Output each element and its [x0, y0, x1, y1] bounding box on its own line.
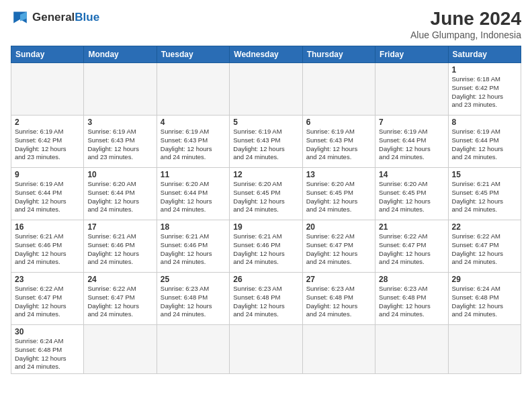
calendar-cell: 4Sunrise: 6:19 AM Sunset: 6:43 PM Daylig… [157, 116, 229, 168]
calendar-cell: 22Sunrise: 6:22 AM Sunset: 6:47 PM Dayli… [448, 220, 521, 273]
day-info: Sunrise: 6:22 AM Sunset: 6:47 PM Dayligh… [306, 232, 371, 267]
day-info: Sunrise: 6:23 AM Sunset: 6:48 PM Dayligh… [161, 285, 226, 319]
location-title: Alue Glumpang, Indonesia [410, 30, 521, 40]
calendar-cell: 23Sunrise: 6:22 AM Sunset: 6:47 PM Dayli… [11, 273, 84, 325]
calendar-cell: 10Sunrise: 6:20 AM Sunset: 6:44 PM Dayli… [84, 168, 157, 220]
calendar-cell: 15Sunrise: 6:21 AM Sunset: 6:45 PM Dayli… [448, 168, 521, 220]
calendar-cell: 30Sunrise: 6:24 AM Sunset: 6:48 PM Dayli… [11, 325, 84, 374]
day-info: Sunrise: 6:20 AM Sunset: 6:45 PM Dayligh… [306, 180, 371, 214]
calendar-cell [84, 325, 157, 374]
day-number: 15 [452, 170, 517, 179]
logo-text: GeneralBlue [32, 11, 99, 24]
day-number: 24 [87, 275, 152, 284]
calendar-week-row: 30Sunrise: 6:24 AM Sunset: 6:48 PM Dayli… [11, 325, 521, 374]
day-number: 27 [306, 275, 371, 284]
day-number: 7 [379, 118, 444, 127]
calendar-cell: 24Sunrise: 6:22 AM Sunset: 6:47 PM Dayli… [84, 273, 157, 325]
day-number: 25 [161, 275, 226, 284]
page: GeneralBlue June 2024 Alue Glumpang, Ind… [0, 0, 532, 411]
calendar-cell: 2Sunrise: 6:19 AM Sunset: 6:42 PM Daylig… [11, 116, 84, 168]
calendar-cell: 29Sunrise: 6:24 AM Sunset: 6:48 PM Dayli… [448, 273, 521, 325]
day-info: Sunrise: 6:19 AM Sunset: 6:44 PM Dayligh… [15, 180, 80, 214]
title-block: June 2024 Alue Glumpang, Indonesia [410, 8, 521, 40]
day-number: 16 [15, 222, 80, 232]
day-number: 20 [306, 222, 371, 232]
calendar-week-row: 9Sunrise: 6:19 AM Sunset: 6:44 PM Daylig… [11, 168, 521, 220]
calendar-cell: 6Sunrise: 6:19 AM Sunset: 6:43 PM Daylig… [302, 116, 375, 168]
calendar-cell: 27Sunrise: 6:23 AM Sunset: 6:48 PM Dayli… [302, 273, 375, 325]
day-number: 17 [87, 222, 152, 232]
calendar-cell [230, 325, 302, 374]
day-info: Sunrise: 6:22 AM Sunset: 6:47 PM Dayligh… [15, 285, 80, 319]
col-tuesday: Tuesday [157, 46, 229, 63]
calendar-cell: 3Sunrise: 6:19 AM Sunset: 6:43 PM Daylig… [84, 116, 157, 168]
calendar-cell: 8Sunrise: 6:19 AM Sunset: 6:44 PM Daylig… [448, 116, 521, 168]
day-info: Sunrise: 6:20 AM Sunset: 6:44 PM Dayligh… [161, 180, 226, 214]
day-info: Sunrise: 6:23 AM Sunset: 6:48 PM Dayligh… [233, 285, 298, 319]
calendar-cell: 20Sunrise: 6:22 AM Sunset: 6:47 PM Dayli… [302, 220, 375, 273]
day-number: 21 [379, 222, 444, 232]
calendar-table: Sunday Monday Tuesday Wednesday Thursday… [11, 46, 521, 374]
logo-icon [11, 8, 30, 27]
day-info: Sunrise: 6:23 AM Sunset: 6:48 PM Dayligh… [379, 285, 444, 319]
day-number: 10 [87, 170, 152, 179]
calendar-cell [157, 63, 229, 116]
col-thursday: Thursday [302, 46, 375, 63]
calendar-cell [230, 63, 302, 116]
day-info: Sunrise: 6:19 AM Sunset: 6:43 PM Dayligh… [233, 128, 298, 162]
calendar-week-row: 16Sunrise: 6:21 AM Sunset: 6:46 PM Dayli… [11, 220, 521, 273]
day-number: 18 [161, 222, 226, 232]
day-number: 11 [161, 170, 226, 179]
calendar-cell [375, 325, 448, 374]
calendar-cell: 14Sunrise: 6:20 AM Sunset: 6:45 PM Dayli… [375, 168, 448, 220]
calendar-week-row: 1Sunrise: 6:18 AM Sunset: 6:42 PM Daylig… [11, 63, 521, 116]
day-info: Sunrise: 6:21 AM Sunset: 6:46 PM Dayligh… [15, 232, 80, 267]
calendar-week-row: 2Sunrise: 6:19 AM Sunset: 6:42 PM Daylig… [11, 116, 521, 168]
logo: GeneralBlue [11, 8, 99, 27]
day-number: 30 [15, 327, 80, 336]
calendar-cell: 1Sunrise: 6:18 AM Sunset: 6:42 PM Daylig… [448, 63, 521, 116]
calendar-cell: 19Sunrise: 6:21 AM Sunset: 6:46 PM Dayli… [230, 220, 302, 273]
calendar-cell [448, 325, 521, 374]
calendar-cell: 26Sunrise: 6:23 AM Sunset: 6:48 PM Dayli… [230, 273, 302, 325]
day-number: 23 [15, 275, 80, 284]
day-info: Sunrise: 6:20 AM Sunset: 6:45 PM Dayligh… [379, 180, 444, 214]
day-number: 8 [452, 118, 517, 127]
day-info: Sunrise: 6:22 AM Sunset: 6:47 PM Dayligh… [87, 285, 152, 319]
calendar-cell: 21Sunrise: 6:22 AM Sunset: 6:47 PM Dayli… [375, 220, 448, 273]
calendar-cell: 12Sunrise: 6:20 AM Sunset: 6:45 PM Dayli… [230, 168, 302, 220]
day-info: Sunrise: 6:19 AM Sunset: 6:43 PM Dayligh… [161, 128, 226, 162]
col-saturday: Saturday [448, 46, 521, 63]
calendar-cell [302, 325, 375, 374]
calendar-cell [84, 63, 157, 116]
col-wednesday: Wednesday [230, 46, 302, 63]
day-info: Sunrise: 6:18 AM Sunset: 6:42 PM Dayligh… [452, 75, 517, 109]
col-friday: Friday [375, 46, 448, 63]
day-number: 1 [452, 65, 517, 75]
day-number: 28 [379, 275, 444, 284]
day-info: Sunrise: 6:19 AM Sunset: 6:43 PM Dayligh… [87, 128, 152, 162]
day-info: Sunrise: 6:21 AM Sunset: 6:45 PM Dayligh… [452, 180, 517, 214]
calendar-cell [375, 63, 448, 116]
calendar-header-row: Sunday Monday Tuesday Wednesday Thursday… [11, 46, 521, 63]
day-number: 3 [87, 118, 152, 127]
calendar-cell [302, 63, 375, 116]
day-number: 13 [306, 170, 371, 179]
col-monday: Monday [84, 46, 157, 63]
day-info: Sunrise: 6:20 AM Sunset: 6:44 PM Dayligh… [87, 180, 152, 214]
day-info: Sunrise: 6:19 AM Sunset: 6:42 PM Dayligh… [15, 128, 80, 162]
day-number: 4 [161, 118, 226, 127]
calendar-cell: 28Sunrise: 6:23 AM Sunset: 6:48 PM Dayli… [375, 273, 448, 325]
calendar-cell: 25Sunrise: 6:23 AM Sunset: 6:48 PM Dayli… [157, 273, 229, 325]
day-info: Sunrise: 6:21 AM Sunset: 6:46 PM Dayligh… [87, 232, 152, 267]
calendar-cell: 7Sunrise: 6:19 AM Sunset: 6:44 PM Daylig… [375, 116, 448, 168]
day-info: Sunrise: 6:19 AM Sunset: 6:43 PM Dayligh… [306, 128, 371, 162]
calendar-cell: 16Sunrise: 6:21 AM Sunset: 6:46 PM Dayli… [11, 220, 84, 273]
day-number: 6 [306, 118, 371, 127]
calendar-cell: 13Sunrise: 6:20 AM Sunset: 6:45 PM Dayli… [302, 168, 375, 220]
calendar-cell [157, 325, 229, 374]
day-info: Sunrise: 6:22 AM Sunset: 6:47 PM Dayligh… [379, 232, 444, 267]
day-number: 9 [15, 170, 80, 179]
day-info: Sunrise: 6:24 AM Sunset: 6:48 PM Dayligh… [15, 337, 80, 371]
day-number: 26 [233, 275, 298, 284]
